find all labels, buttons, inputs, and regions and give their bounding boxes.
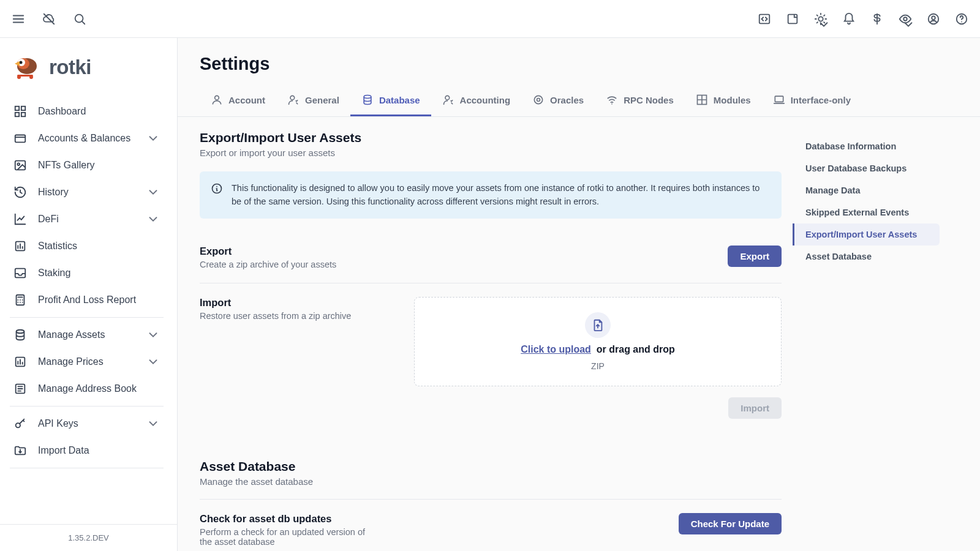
upload-dropzone[interactable]: Click to upload or drag and drop ZIP (414, 297, 782, 386)
sidebar-item-defi[interactable]: DeFi (0, 206, 173, 233)
search-icon[interactable] (72, 12, 87, 26)
tab-account[interactable]: Account (200, 88, 276, 116)
wifi-icon (606, 94, 618, 106)
chevron-down-icon (146, 132, 160, 145)
import-row: Import Restore user assets from a zip ar… (200, 283, 782, 432)
history-icon (13, 186, 27, 199)
tab-general[interactable]: General (276, 88, 350, 116)
sidebar-item-label: Manage Prices (38, 356, 104, 367)
menu-icon[interactable] (11, 12, 26, 26)
chevron-down-icon (146, 328, 160, 342)
sidebar-item-manage-prices[interactable]: Manage Prices (0, 348, 173, 375)
tab-rpc-nodes[interactable]: RPC Nodes (595, 88, 685, 116)
tab-label: General (305, 95, 339, 105)
rightnav-asset-db[interactable]: Asset Database (793, 246, 940, 268)
note-icon[interactable] (785, 12, 800, 26)
folder-import-icon (13, 444, 27, 457)
sidebar-item-manage-assets[interactable]: Manage Assets (0, 321, 173, 348)
currency-icon[interactable] (870, 12, 884, 26)
cloud-off-icon[interactable] (42, 12, 56, 26)
bar-chart-icon (13, 355, 27, 369)
sidebar-item-address-book[interactable]: Manage Address Book (0, 375, 173, 402)
version-label: 1.35.2.DEV (0, 524, 177, 551)
rightnav-db-info[interactable]: Database Information (793, 135, 940, 157)
import-title: Import (200, 297, 396, 309)
sidebar-item-pnl[interactable]: Profit And Loss Report (0, 287, 173, 313)
sidebar-item-label: Dashboard (38, 106, 86, 117)
sidebar-item-label: NFTs Gallery (38, 160, 94, 171)
info-text: This functionality is designed to allow … (232, 181, 771, 209)
tab-label: Account (228, 95, 265, 105)
sidebar-item-label: Import Data (38, 445, 89, 456)
export-button[interactable]: Export (728, 246, 782, 267)
rightnav-skipped-events[interactable]: Skipped External Events (793, 201, 940, 223)
image-icon (13, 159, 27, 172)
sidebar-divider (10, 317, 164, 318)
section-title-export-import: Export/Import User Assets (200, 130, 782, 145)
sidebar-item-label: Manage Assets (38, 329, 105, 340)
grid-icon (696, 94, 708, 106)
user-icon (211, 94, 223, 106)
chevron-down-icon (146, 212, 160, 226)
sidebar-item-label: Accounts & Balances (38, 133, 130, 144)
topbar (0, 0, 980, 38)
sidebar-item-staking[interactable]: Staking (0, 260, 173, 287)
rightnav-user-backups[interactable]: User Database Backups (793, 157, 940, 179)
check-update-button[interactable]: Check For Update (679, 513, 782, 534)
sidebar-item-statistics[interactable]: Statistics (0, 233, 173, 260)
sidebar-item-label: History (38, 187, 69, 198)
sidebar-divider (10, 406, 164, 407)
export-title: Export (200, 246, 396, 257)
sidebar-item-import-data[interactable]: Import Data (0, 437, 173, 464)
brand-name: rotki (49, 56, 91, 79)
sidebar-item-nfts[interactable]: NFTs Gallery (0, 152, 173, 179)
tab-label: Modules (714, 95, 751, 105)
chart-icon (13, 212, 27, 226)
chevron-down-icon (146, 355, 160, 369)
book-icon (13, 382, 27, 395)
brand[interactable]: rotki (0, 38, 173, 98)
svg-point-34 (17, 75, 21, 79)
sidebar-item-label: Staking (38, 268, 70, 279)
tab-database[interactable]: Database (350, 88, 431, 116)
tab-label: Accounting (460, 95, 511, 105)
brand-logo-icon (11, 53, 40, 82)
import-button[interactable]: Import (728, 397, 782, 419)
svg-point-35 (29, 75, 33, 79)
sidebar-item-label: Statistics (38, 241, 77, 252)
export-row: Export Create a zip archive of your asse… (200, 232, 782, 283)
tab-label: Oracles (550, 95, 584, 105)
sidebar-divider (10, 468, 164, 468)
tab-interface-only[interactable]: Interface-only (762, 88, 862, 116)
tab-modules[interactable]: Modules (685, 88, 762, 116)
rightnav-manage-data[interactable]: Manage Data (793, 179, 940, 201)
check-title: Check for asset db updates (200, 513, 396, 525)
rightnav-export-import[interactable]: Export/Import User Assets (793, 223, 940, 246)
help-icon[interactable] (954, 12, 969, 26)
sidebar-item-label: Manage Address Book (38, 383, 137, 394)
sidebar-item-accounts[interactable]: Accounts & Balances (0, 125, 173, 152)
theme-icon[interactable] (813, 12, 828, 26)
upload-link[interactable]: Click to upload (521, 344, 591, 354)
notifications-icon[interactable] (842, 12, 856, 26)
target-icon (532, 94, 545, 106)
tab-oracles[interactable]: Oracles (521, 88, 595, 116)
sidebar-item-label: Profit And Loss Report (38, 294, 136, 305)
sidebar: rotki Dashboard Accounts & Balances NFTs… (0, 38, 178, 551)
wallet-icon (13, 132, 27, 145)
bar-chart-icon (13, 239, 27, 253)
code-icon[interactable] (757, 12, 772, 26)
page-title: Settings (178, 38, 980, 74)
file-upload-icon (585, 312, 611, 338)
sidebar-item-history[interactable]: History (0, 179, 173, 206)
account-icon[interactable] (926, 12, 941, 26)
info-banner: This functionality is designed to allow … (200, 171, 782, 219)
check-update-row: Check for asset db updates Perform a che… (200, 500, 782, 551)
sidebar-item-dashboard[interactable]: Dashboard (0, 98, 173, 125)
privacy-icon[interactable] (898, 12, 913, 26)
import-sub: Restore user assets from a zip archive (200, 311, 377, 321)
tab-accounting[interactable]: Accounting (431, 88, 522, 116)
key-icon (13, 417, 27, 430)
tab-label: RPC Nodes (624, 95, 674, 105)
sidebar-item-api-keys[interactable]: API Keys (0, 410, 173, 437)
